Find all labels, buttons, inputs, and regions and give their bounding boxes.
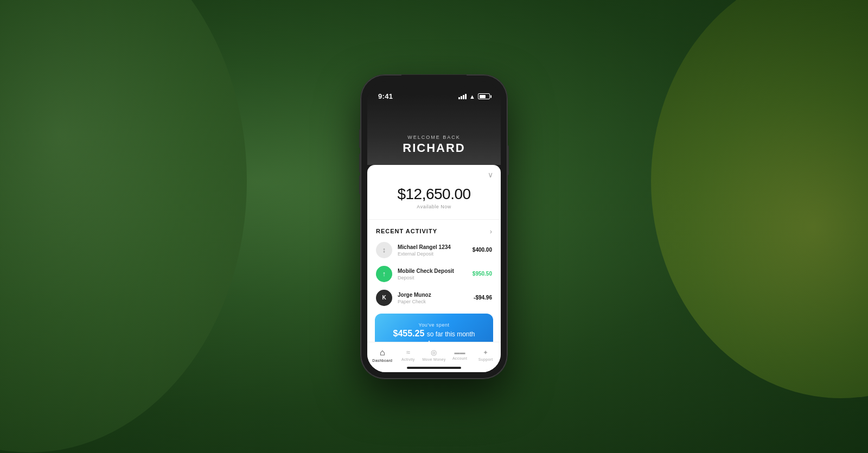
activity-header: RECENT ACTIVITY ›	[376, 227, 492, 235]
nav-label-dashboard: Dashboard	[372, 359, 392, 362]
transaction-amount-0: $400.00	[473, 247, 492, 253]
nav-item-support[interactable]: ✦ Support	[473, 349, 499, 361]
transaction-item[interactable]: ↑ Mobile Check Deposit Deposit $950.50	[376, 266, 492, 282]
transaction-icon-2: K	[376, 290, 392, 306]
phone-notch	[401, 75, 467, 90]
transaction-type-1: Deposit	[398, 275, 467, 280]
support-icon: ✦	[483, 349, 488, 356]
transaction-name-0: Michael Rangel 1234	[398, 244, 467, 251]
transaction-amount-2: -$94.96	[474, 295, 492, 301]
activity-title: RECENT ACTIVITY	[376, 228, 437, 234]
nav-label-activity: Activity	[401, 358, 415, 361]
status-time: 9:41	[378, 92, 393, 100]
spending-label: You've spent	[386, 322, 482, 328]
transaction-info-1: Mobile Check Deposit Deposit	[398, 267, 467, 280]
phone-device: 9:41 ▲ WELCOME BACK RICHA	[361, 75, 507, 379]
balance-section: $12,650.00 Available Now	[367, 181, 501, 220]
transaction-icon-0: ↕	[376, 242, 392, 258]
activity-arrow-icon[interactable]: ›	[490, 227, 492, 235]
balance-label: Available Now	[378, 204, 490, 209]
activity-icon: ≈	[406, 348, 410, 356]
transaction-type-2: Paper Check	[398, 299, 468, 304]
main-content: ∨ $12,650.00 Available Now RECENT ACTIVI…	[367, 165, 501, 372]
account-icon: ▬▬	[455, 349, 465, 355]
battery-icon	[478, 93, 490, 99]
transaction-name-1: Mobile Check Deposit	[398, 267, 467, 275]
home-indicator	[407, 367, 461, 369]
transaction-info-2: Jorge Munoz Paper Check	[398, 291, 468, 304]
transaction-amount-1: $950.50	[473, 271, 492, 277]
nav-item-dashboard[interactable]: ⌂ Dashboard	[369, 348, 395, 362]
nav-item-move-money[interactable]: ◎ Move Money	[421, 348, 447, 361]
transaction-name-2: Jorge Munoz	[398, 291, 468, 298]
activity-section: RECENT ACTIVITY › ↕ Michael Rangel 1234 …	[367, 220, 501, 306]
nav-label-account: Account	[452, 356, 467, 360]
phone-wrapper: 9:41 ▲ WELCOME BACK RICHA	[361, 75, 507, 379]
signal-icon	[458, 94, 467, 99]
transaction-item[interactable]: ↕ Michael Rangel 1234 External Deposit $…	[376, 242, 492, 258]
nav-label-move-money: Move Money	[422, 358, 445, 361]
phone-screen: 9:41 ▲ WELCOME BACK RICHA	[367, 81, 501, 372]
chevron-down-icon[interactable]: ∨	[488, 170, 493, 179]
transaction-info-0: Michael Rangel 1234 External Deposit	[398, 244, 467, 257]
transaction-type-0: External Deposit	[398, 251, 467, 257]
transaction-icon-1: ↑	[376, 266, 392, 282]
wifi-icon: ▲	[469, 93, 475, 100]
user-name: RICHARD	[403, 141, 465, 155]
card-handle-row: ∨	[367, 165, 501, 181]
move-money-icon: ◎	[431, 348, 437, 356]
status-icons: ▲	[458, 93, 490, 100]
balance-amount: $12,650.00	[378, 186, 490, 203]
welcome-label: WELCOME BACK	[407, 135, 461, 140]
nav-item-activity[interactable]: ≈ Activity	[395, 348, 422, 361]
nav-label-support: Support	[478, 358, 493, 361]
nav-item-account[interactable]: ▬▬ Account	[447, 349, 473, 360]
transaction-item[interactable]: K Jorge Munoz Paper Check -$94.96	[376, 290, 492, 306]
dashboard-icon: ⌂	[380, 348, 385, 358]
spending-amount: $455.25 so far this month	[386, 329, 482, 339]
